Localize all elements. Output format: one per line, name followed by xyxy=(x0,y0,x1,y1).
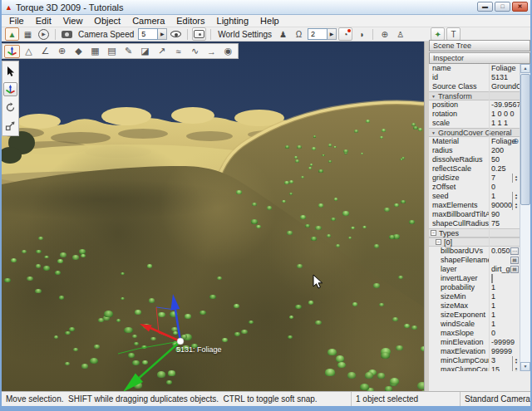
property-value[interactable]: 1 xyxy=(489,292,520,301)
property-value[interactable]: 50 xyxy=(489,155,520,164)
scene-view-button[interactable]: ▲ xyxy=(5,27,19,41)
property-value[interactable]: Foliage⊕ xyxy=(489,137,520,146)
browse-button[interactable]: ▤ xyxy=(510,257,519,264)
property-value[interactable]: 1 xyxy=(489,311,520,320)
title-bar[interactable]: ▲ Torque 3D 2009 - Tutorials ▬ □ ✕ xyxy=(2,0,530,15)
property-value[interactable]: 90000▲▼ xyxy=(489,201,520,210)
property-value[interactable]: Foliage xyxy=(489,64,520,73)
value-spinner[interactable]: ▲▼ xyxy=(512,192,520,201)
value-spinner[interactable]: ▲▼ xyxy=(512,174,520,183)
drop-at-origin-button[interactable]: ⊕ xyxy=(377,27,392,41)
clock-button[interactable]: ◑ xyxy=(354,27,368,41)
viewport-3d[interactable]: 5131: Foliage △∠⊕◆▦▤✎◪↗≈∿→◉ xyxy=(2,42,424,391)
camera-menu-button[interactable] xyxy=(60,27,74,41)
property-value[interactable]: 1▲▼ xyxy=(489,192,520,201)
property-value[interactable] xyxy=(489,274,520,283)
object-icons-toggle[interactable]: ✦ xyxy=(431,27,445,41)
menu-item-lighting[interactable]: Lighting xyxy=(211,15,255,27)
menu-item-help[interactable]: Help xyxy=(254,15,285,27)
property-value[interactable]: 1 xyxy=(489,301,520,311)
maximize-button[interactable]: □ xyxy=(495,2,510,12)
menu-item-file[interactable]: File xyxy=(3,15,30,27)
minimize-button[interactable]: ▬ xyxy=(477,2,493,12)
rotate-tool[interactable] xyxy=(3,100,17,115)
inspector-header[interactable]: Inspector xyxy=(429,52,530,64)
play-button[interactable]: ▶ xyxy=(37,27,51,41)
navigation-editor-tool[interactable]: ◉ xyxy=(220,45,236,58)
decal-editor-tool[interactable]: ▤ xyxy=(104,45,120,58)
property-value[interactable]: 75 xyxy=(489,219,520,228)
property-value[interactable]: 0.25 xyxy=(489,164,520,174)
shape-editor-tool[interactable]: ◪ xyxy=(137,45,153,58)
menu-item-view[interactable]: View xyxy=(57,15,89,27)
property-value[interactable]: 0.050⋯ xyxy=(489,247,520,256)
scale-tool[interactable] xyxy=(3,119,17,133)
property-value[interactable]: 3▲▼ xyxy=(489,356,520,365)
property-value[interactable]: GroundCover xyxy=(489,82,520,91)
path-editor-tool[interactable]: → xyxy=(204,45,219,58)
property-value[interactable]: 1 0 0 0 xyxy=(489,110,520,119)
property-value[interactable]: 0 xyxy=(489,329,520,338)
particle-editor-tool[interactable]: ↗ xyxy=(154,45,170,58)
camera-speed-value[interactable]: 5 xyxy=(138,28,158,40)
value-spinner[interactable]: ▲▼ xyxy=(512,356,520,365)
inspector-scrollbar[interactable]: ▲ ▼ xyxy=(520,64,530,371)
inspector-section-groundcover-general[interactable]: ▼GroundCover General xyxy=(429,128,520,137)
scroll-up-icon[interactable]: ▲ xyxy=(520,64,530,73)
property-value[interactable]: 90 xyxy=(489,210,520,219)
time-of-day-button[interactable]: ◔ xyxy=(338,27,352,41)
menu-item-edit[interactable]: Edit xyxy=(30,15,57,27)
edit-uv-button[interactable]: ⋯ xyxy=(510,247,519,255)
camera-speed-arrow-icon[interactable]: ▶ xyxy=(158,28,167,40)
close-button[interactable]: ✕ xyxy=(512,2,528,12)
snap-size-value[interactable]: 2 xyxy=(308,28,328,40)
property-value[interactable]: 0 xyxy=(489,183,520,192)
frame-camera-button[interactable] xyxy=(192,27,206,41)
drop-at-camera-button[interactable]: ♙ xyxy=(393,27,407,41)
layout-button[interactable]: ▦ xyxy=(21,27,35,41)
road-editor-tool[interactable]: ∿ xyxy=(187,45,203,58)
object-editor-tool[interactable] xyxy=(4,45,20,58)
river-editor-tool[interactable]: ≈ xyxy=(170,45,186,58)
snap-button[interactable]: Ω xyxy=(292,27,306,41)
material-globe-icon[interactable]: ⊕ xyxy=(512,137,519,146)
select-arrow-tool[interactable] xyxy=(3,64,17,78)
scrollbar-thumb[interactable] xyxy=(520,74,530,205)
terrain-editor-tool[interactable]: △ xyxy=(21,45,37,58)
property-value[interactable]: 1 xyxy=(489,283,520,292)
collapse-box-icon[interactable]: − xyxy=(436,239,441,245)
property-value[interactable]: 5131 xyxy=(489,73,520,82)
checkbox-unchecked[interactable] xyxy=(491,274,493,283)
value-spinner[interactable]: ▲▼ xyxy=(512,201,520,210)
property-value[interactable]: dirt_gr▤ xyxy=(489,265,520,274)
collapse-box-icon[interactable]: − xyxy=(431,230,436,236)
inspector-group--0-[interactable]: −[0] xyxy=(429,237,520,247)
menu-item-editors[interactable]: Editors xyxy=(170,15,210,27)
property-value[interactable]: 1 xyxy=(489,320,520,329)
sketch-tool[interactable]: ◆ xyxy=(71,45,86,58)
forest-editor-tool[interactable]: ✎ xyxy=(121,45,136,58)
inspector-section-transform[interactable]: ▼Transform xyxy=(429,91,520,100)
property-value[interactable]: 1 1 1 xyxy=(489,119,520,128)
move-gizmo[interactable] xyxy=(100,272,208,391)
material-editor-tool[interactable]: ⊕ xyxy=(54,45,70,58)
terrain-painter-tool[interactable]: ∠ xyxy=(37,45,53,58)
property-value[interactable]: -99999 xyxy=(489,338,520,347)
snap-size-dropdown[interactable]: 2 ▶ xyxy=(308,28,337,40)
value-spinner[interactable]: ▲▼ xyxy=(512,365,520,371)
property-value[interactable]: 99999 xyxy=(489,347,520,356)
player-button[interactable]: ♟ xyxy=(276,27,290,41)
property-value[interactable]: -39.9567 -1 xyxy=(489,100,520,110)
camera-speed-dropdown[interactable]: 5 ▶ xyxy=(138,28,167,40)
move-tool[interactable] xyxy=(3,82,17,96)
visibility-button[interactable] xyxy=(169,27,183,41)
property-value[interactable]: 200 xyxy=(489,146,520,155)
property-value[interactable]: 7▲▼ xyxy=(489,174,520,183)
datablock-editor-tool[interactable]: ▦ xyxy=(87,45,103,58)
snap-size-arrow-icon[interactable]: ▶ xyxy=(328,28,337,40)
text-labels-toggle[interactable]: T xyxy=(446,27,461,41)
menu-item-object[interactable]: Object xyxy=(88,15,126,27)
property-value[interactable]: ▤ xyxy=(489,256,520,265)
inspector-group-types[interactable]: −Types xyxy=(429,228,520,237)
menu-item-camera[interactable]: Camera xyxy=(126,15,170,27)
